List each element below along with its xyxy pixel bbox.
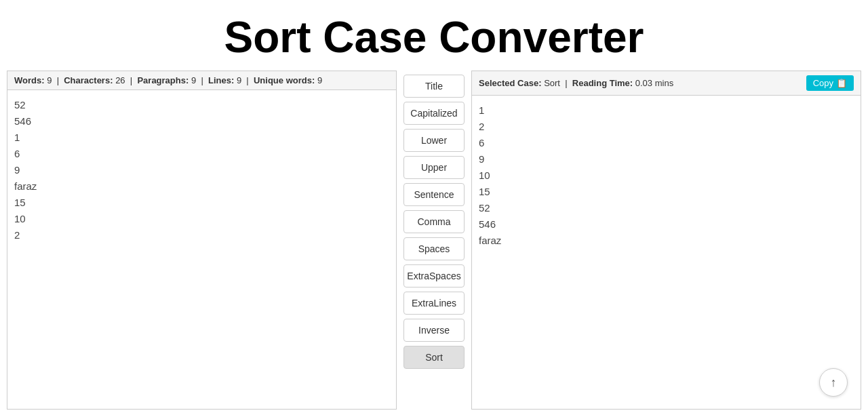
unique-value: 9 xyxy=(317,75,322,85)
comma-button[interactable]: Comma xyxy=(403,210,465,233)
words-label: Words: xyxy=(14,75,45,85)
title-button[interactable]: Title xyxy=(403,75,465,98)
sort-button[interactable]: Sort xyxy=(403,346,465,369)
right-panel: Selected Case: Sort | Reading Time: 0.03… xyxy=(471,71,861,410)
result-header-left: Selected Case: Sort | Reading Time: 0.03… xyxy=(479,78,673,88)
words-value: 9 xyxy=(47,75,52,85)
lower-button[interactable]: Lower xyxy=(403,129,465,152)
reading-time-value: 0.03 mins xyxy=(635,78,673,88)
upper-button[interactable]: Upper xyxy=(403,156,465,179)
selected-case-value: Sort xyxy=(544,78,560,88)
copy-label: Copy xyxy=(813,78,833,88)
copy-icon: 📋 xyxy=(836,78,847,88)
scroll-top-icon: ↑ xyxy=(831,376,837,390)
reading-time-label: Reading Time: xyxy=(572,78,633,88)
copy-button[interactable]: Copy 📋 xyxy=(806,75,854,91)
left-panel: Words: 9 | Characters: 26 | Paragraphs: … xyxy=(7,71,397,410)
main-layout: Words: 9 | Characters: 26 | Paragraphs: … xyxy=(0,71,868,410)
paragraphs-value: 9 xyxy=(191,75,196,85)
unique-label: Unique words: xyxy=(254,75,315,85)
selected-case-label: Selected Case: xyxy=(479,78,542,88)
lines-value: 9 xyxy=(237,75,241,85)
page-title: Sort Case Converter xyxy=(0,0,868,71)
characters-value: 26 xyxy=(115,75,125,85)
sentence-button[interactable]: Sentence xyxy=(403,183,465,206)
paragraphs-label: Paragraphs: xyxy=(137,75,189,85)
center-panel: Title Capitalized Lower Upper Sentence C… xyxy=(397,71,471,410)
extralines-button[interactable]: ExtraLines xyxy=(403,292,465,315)
result-content: 1269101552546faraz xyxy=(472,96,861,409)
inverse-button[interactable]: Inverse xyxy=(403,319,465,342)
characters-label: Characters: xyxy=(64,75,113,85)
capitalized-button[interactable]: Capitalized xyxy=(403,102,465,125)
result-header: Selected Case: Sort | Reading Time: 0.03… xyxy=(472,71,861,96)
scroll-top-button[interactable]: ↑ xyxy=(819,368,848,397)
lines-label: Lines: xyxy=(208,75,234,85)
spaces-button[interactable]: Spaces xyxy=(403,237,465,260)
stats-bar: Words: 9 | Characters: 26 | Paragraphs: … xyxy=(7,71,396,90)
text-input[interactable] xyxy=(7,90,396,409)
extraspaces-button[interactable]: ExtraSpaces xyxy=(403,264,465,287)
